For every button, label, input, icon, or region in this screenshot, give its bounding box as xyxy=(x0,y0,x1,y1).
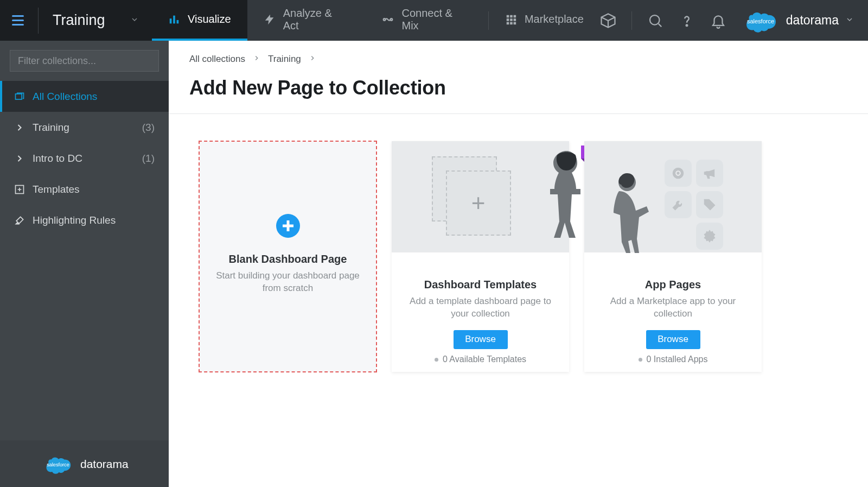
megaphone-icon xyxy=(696,160,723,187)
plus-icon: + xyxy=(471,189,486,217)
crumb-training[interactable]: Training xyxy=(268,54,301,65)
brand-dropdown-icon[interactable] xyxy=(845,15,854,26)
cube-icon[interactable] xyxy=(600,12,616,29)
card-title: Dashboard Templates xyxy=(424,279,537,291)
wrench-icon xyxy=(665,191,692,218)
sidebar-item-label: Intro to DC xyxy=(33,153,82,165)
sidebar-item-training[interactable]: Training (3) xyxy=(0,112,169,143)
svg-point-14 xyxy=(650,15,660,25)
card-desc: Add a template dashboard page to your co… xyxy=(408,295,553,320)
salesforce-cloud-icon: salesforce xyxy=(42,453,74,475)
brand-logo[interactable]: salesforce datorama xyxy=(742,8,854,34)
tab-visualize[interactable]: Visualize xyxy=(152,0,247,41)
svg-point-4 xyxy=(391,18,393,21)
plus-box-icon xyxy=(14,184,25,195)
topbar-actions: salesforce datorama xyxy=(600,0,868,41)
notifications-icon[interactable] xyxy=(710,12,726,29)
grid-icon xyxy=(505,14,517,26)
chevron-right-icon xyxy=(309,54,316,65)
workspace-name[interactable]: Training xyxy=(53,12,130,29)
brand-text: datorama xyxy=(80,458,129,471)
chevron-right-icon xyxy=(14,153,25,164)
search-icon[interactable] xyxy=(647,12,663,29)
svg-rect-13 xyxy=(513,22,516,24)
tab-marketplace[interactable]: Marketplace xyxy=(489,0,600,41)
svg-point-23 xyxy=(676,172,679,174)
status-text: 0 Installed Apps xyxy=(647,355,708,364)
browse-templates-button[interactable]: Browse xyxy=(454,330,508,349)
sidebar-item-all-collections[interactable]: All Collections xyxy=(0,81,169,112)
svg-rect-17 xyxy=(16,94,22,99)
chart-bar-icon xyxy=(168,14,180,26)
connect-icon xyxy=(382,14,394,26)
card-status: 0 Available Templates xyxy=(435,355,526,372)
filter-collections-input[interactable] xyxy=(10,50,159,72)
sidebar-search-wrap xyxy=(0,41,169,81)
content: All collections Training Add New Page to… xyxy=(169,41,868,487)
sidebar-footer-brand: salesforce datorama xyxy=(0,440,169,487)
person-illustration xyxy=(542,151,591,243)
svg-rect-2 xyxy=(177,20,179,23)
brand-text: datorama xyxy=(786,13,839,28)
status-dot-icon xyxy=(435,358,438,362)
content-header: All collections Training Add New Page to… xyxy=(169,41,868,114)
sidebar-item-count: (3) xyxy=(142,122,155,134)
topbar-left: Training xyxy=(0,0,152,41)
tab-connect[interactable]: Connect & Mix xyxy=(366,0,488,41)
tab-label: Connect & Mix xyxy=(401,7,471,32)
target-icon xyxy=(665,160,692,187)
status-text: 0 Available Templates xyxy=(443,355,526,364)
sidebar-item-highlighting-rules[interactable]: Highlighting Rules xyxy=(0,205,169,236)
card-title: Blank Dashboard Page xyxy=(229,253,347,265)
card-hero xyxy=(584,141,762,252)
chevron-right-icon xyxy=(253,54,260,65)
template-illustration: + xyxy=(432,156,529,238)
svg-point-15 xyxy=(686,24,688,26)
svg-rect-12 xyxy=(510,22,513,24)
svg-rect-6 xyxy=(510,15,513,17)
tab-label: Marketplace xyxy=(525,13,584,26)
tag-icon xyxy=(696,191,723,218)
workspace-dropdown-icon[interactable] xyxy=(130,15,139,26)
main-menu-button[interactable] xyxy=(12,15,24,26)
person-illustration xyxy=(608,173,657,254)
breadcrumb: All collections Training xyxy=(189,54,847,65)
card-app-pages: NEW xyxy=(584,141,762,372)
tab-analyze[interactable]: Analyze & Act xyxy=(247,0,366,41)
tab-label: Visualize xyxy=(188,13,231,26)
card-hero: + xyxy=(392,141,569,252)
svg-rect-5 xyxy=(507,15,509,17)
sidebar: All Collections Training (3) Intro to DC… xyxy=(0,41,169,487)
highlight-icon xyxy=(14,215,25,226)
sidebar-item-label: All Collections xyxy=(33,91,97,103)
svg-rect-9 xyxy=(510,18,513,21)
divider xyxy=(38,8,39,34)
sidebar-item-label: Training xyxy=(33,122,69,134)
card-desc: Start building your dashboard page from … xyxy=(215,270,360,295)
card-title: App Pages xyxy=(645,279,701,291)
browse-apps-button[interactable]: Browse xyxy=(646,330,700,349)
salesforce-cloud-icon: salesforce xyxy=(742,8,780,34)
crumb-all-collections[interactable]: All collections xyxy=(189,54,245,65)
card-blank-dashboard[interactable]: Blank Dashboard Page Start building your… xyxy=(199,141,376,372)
page-title: Add New Page to Collection xyxy=(189,77,847,99)
card-dashboard-templates: + Dashboard Templates Add a template das… xyxy=(392,141,569,372)
svg-rect-0 xyxy=(170,18,172,23)
card-row: Blank Dashboard Page Start building your… xyxy=(169,114,868,399)
svg-point-3 xyxy=(384,18,386,21)
help-icon[interactable] xyxy=(679,12,695,29)
svg-rect-1 xyxy=(173,15,175,23)
bolt-icon xyxy=(264,14,276,26)
card-desc: Add a Marketplace app to your collection xyxy=(601,295,745,320)
svg-rect-11 xyxy=(507,22,509,24)
sidebar-item-templates[interactable]: Templates xyxy=(0,174,169,205)
divider xyxy=(631,11,632,30)
svg-rect-10 xyxy=(513,18,516,21)
sidebar-item-label: Highlighting Rules xyxy=(33,214,116,226)
collections-icon xyxy=(14,91,25,102)
sidebar-item-count: (1) xyxy=(142,153,155,165)
svg-rect-8 xyxy=(507,18,509,21)
topbar: Training Visualize Analyze & Act Connect… xyxy=(0,0,868,41)
gear-icon xyxy=(696,223,723,250)
sidebar-item-intro-to-dc[interactable]: Intro to DC (1) xyxy=(0,143,169,174)
